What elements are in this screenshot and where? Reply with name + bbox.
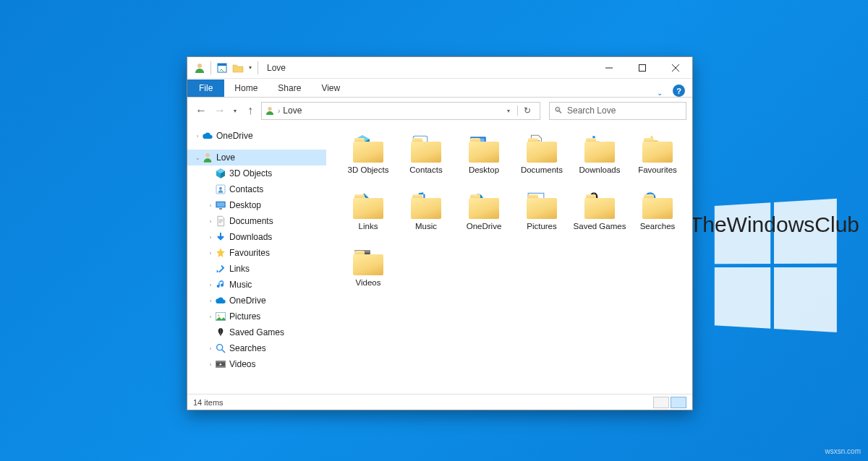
folder-item-contacts[interactable]: Contacts xyxy=(397,132,455,189)
address-user-icon xyxy=(265,105,275,116)
expander-icon[interactable]: ⌄ xyxy=(193,155,202,161)
cube-icon xyxy=(215,168,226,179)
tree-item-videos[interactable]: ›Videos xyxy=(187,356,326,372)
folder-item-pictures[interactable]: Pictures xyxy=(513,189,571,245)
refresh-button[interactable]: ↻ xyxy=(517,105,537,116)
folder-icon xyxy=(583,134,616,164)
tree-item-saved-games[interactable]: Saved Games xyxy=(187,324,326,340)
folder-icon xyxy=(352,190,385,220)
tree-item-label: Downloads xyxy=(229,232,272,242)
folder-item-links[interactable]: Links xyxy=(339,189,397,245)
maximize-button[interactable] xyxy=(626,57,659,79)
folder-item-desktop[interactable]: Desktop xyxy=(455,132,513,189)
explorer-window: ▾ Love File Home Share View ⌄ ? ← → ▾ ↑ … xyxy=(187,56,693,410)
folder-item-downloads[interactable]: Downloads xyxy=(571,132,629,189)
folder-icon xyxy=(525,190,558,220)
expander-icon[interactable]: › xyxy=(206,314,215,320)
close-button[interactable] xyxy=(659,57,692,79)
recent-dropdown-icon[interactable]: ▾ xyxy=(231,102,239,119)
tree-item-label: Music xyxy=(229,280,252,290)
svg-point-0 xyxy=(197,64,202,68)
expander-icon[interactable]: › xyxy=(206,218,215,225)
link-icon xyxy=(215,263,226,275)
svg-rect-23 xyxy=(216,366,225,368)
expander-icon[interactable]: › xyxy=(206,361,215,368)
navigation-pane[interactable]: ›OneDrive⌄Love3D ObjectsContacts›Desktop… xyxy=(187,124,326,394)
help-button[interactable]: ? xyxy=(673,85,685,97)
expander-icon[interactable]: › xyxy=(206,298,215,304)
folder-item-saved-games[interactable]: Saved Games xyxy=(571,189,629,245)
tree-item-favourites[interactable]: ›Favourites xyxy=(187,245,326,261)
watermark-text: TheWindowsClub xyxy=(689,212,859,237)
folder-item-onedrive[interactable]: OneDrive xyxy=(455,189,513,245)
folder-item-3d-objects[interactable]: 3D Objects xyxy=(339,132,397,189)
window-title: Love xyxy=(267,63,286,73)
folder-label: OneDrive xyxy=(467,222,502,232)
minimize-button[interactable] xyxy=(592,57,626,79)
folder-label: Links xyxy=(359,222,378,232)
search-input[interactable]: 🔍︎ Search Love xyxy=(549,102,686,120)
tree-item-onedrive[interactable]: ›OneDrive xyxy=(187,293,326,309)
content-pane[interactable]: 3D ObjectsContactsDesktopDocumentsDownlo… xyxy=(326,124,692,394)
tab-view[interactable]: View xyxy=(311,79,350,97)
expander-icon[interactable]: › xyxy=(206,345,215,352)
tab-share[interactable]: Share xyxy=(268,79,311,97)
view-details-button[interactable] xyxy=(653,397,669,408)
tree-item-love[interactable]: ⌄Love xyxy=(187,150,326,165)
expander-icon[interactable]: › xyxy=(206,282,215,288)
tree-item-label: Videos xyxy=(229,359,255,369)
properties-icon[interactable] xyxy=(216,61,229,74)
folder-item-searches[interactable]: Searches xyxy=(629,189,686,245)
tree-item-documents[interactable]: ›Documents xyxy=(187,213,326,229)
svg-point-18 xyxy=(218,314,220,316)
folder-icon[interactable] xyxy=(231,61,244,74)
pic-icon xyxy=(215,311,226,322)
folder-label: Downloads xyxy=(579,165,621,176)
file-tab[interactable]: File xyxy=(187,79,224,97)
folder-item-documents[interactable]: Documents xyxy=(513,132,571,189)
qat-dropdown-icon[interactable]: ▾ xyxy=(249,64,252,71)
expander-icon[interactable]: › xyxy=(206,202,215,209)
svg-rect-2 xyxy=(218,64,226,66)
svg-point-19 xyxy=(217,345,223,350)
tree-item-contacts[interactable]: Contacts xyxy=(187,181,326,197)
tree-item-label: Pictures xyxy=(229,311,260,322)
address-dropdown-icon[interactable]: ▾ xyxy=(503,108,514,114)
expander-icon[interactable]: › xyxy=(193,133,202,139)
forward-button[interactable]: → xyxy=(212,102,228,119)
tree-item-desktop[interactable]: ›Desktop xyxy=(187,197,326,213)
video-icon xyxy=(215,358,226,370)
folder-item-videos[interactable]: Videos xyxy=(339,245,397,301)
tree-item-3d-objects[interactable]: 3D Objects xyxy=(187,165,326,181)
tree-item-downloads[interactable]: ›Downloads xyxy=(187,229,326,245)
tree-item-music[interactable]: ›Music xyxy=(187,277,326,293)
expander-icon[interactable]: › xyxy=(206,250,215,257)
expander-icon[interactable]: › xyxy=(206,234,215,241)
folder-icon xyxy=(641,190,674,220)
tree-item-searches[interactable]: ›Searches xyxy=(187,340,326,356)
breadcrumb-current[interactable]: Love xyxy=(283,105,302,116)
folder-item-music[interactable]: Music xyxy=(397,189,455,245)
view-icons-button[interactable] xyxy=(671,397,686,408)
ribbon-collapse-icon[interactable]: ⌄ xyxy=(657,89,663,97)
tab-home[interactable]: Home xyxy=(224,79,268,97)
tree-item-onedrive[interactable]: ›OneDrive xyxy=(187,128,326,144)
titlebar[interactable]: ▾ Love xyxy=(187,57,692,79)
cloud-icon xyxy=(202,130,213,142)
nav-toolbar: ← → ▾ ↑ › Love ▾ ↻ 🔍︎ Search Love xyxy=(187,98,692,124)
tree-item-label: Contacts xyxy=(229,184,263,194)
svg-point-10 xyxy=(219,187,222,190)
games-icon xyxy=(215,327,226,338)
svg-rect-12 xyxy=(217,202,225,207)
tree-item-pictures[interactable]: ›Pictures xyxy=(187,309,326,324)
svg-point-8 xyxy=(205,153,209,157)
watermark-source: wsxsn.com xyxy=(825,447,861,455)
search-icon: 🔍︎ xyxy=(554,105,563,116)
chevron-right-icon: › xyxy=(278,107,280,115)
back-button[interactable]: ← xyxy=(193,102,209,119)
status-text: 14 items xyxy=(193,398,224,407)
address-bar[interactable]: › Love ▾ ↻ xyxy=(261,102,540,120)
up-button[interactable]: ↑ xyxy=(242,102,258,119)
tree-item-links[interactable]: Links xyxy=(187,261,326,277)
folder-item-favourites[interactable]: Favourites xyxy=(629,132,686,189)
